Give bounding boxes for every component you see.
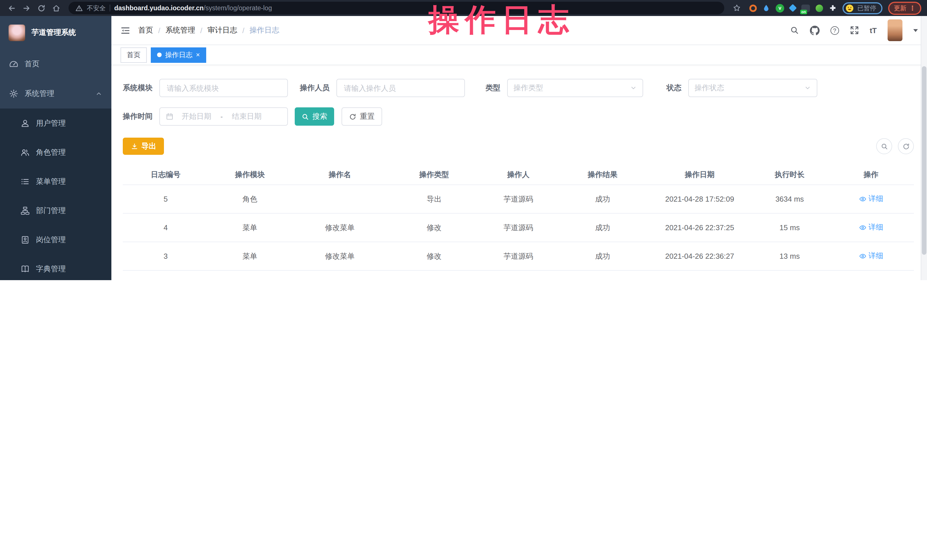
status-select[interactable]: 操作状态 <box>688 79 818 97</box>
eye-icon <box>859 224 866 231</box>
breadcrumb-item[interactable]: 首页 <box>138 25 153 35</box>
col-header-log-id: 日志编号 <box>123 165 208 185</box>
detail-link[interactable]: 详细 <box>859 251 883 261</box>
status-label: 状态 <box>667 83 681 93</box>
type-select[interactable]: 操作类型 <box>507 79 643 97</box>
navbar-actions: ? tT <box>790 20 918 41</box>
breadcrumb-item[interactable]: 系统管理 <box>166 25 195 35</box>
extensions-puzzle-icon[interactable] <box>829 4 837 12</box>
sidebar-toggle-button[interactable] <box>120 26 130 35</box>
scrollbar-thumb[interactable] <box>922 66 926 255</box>
extension-gem-icon[interactable] <box>789 4 797 12</box>
operator-input[interactable] <box>336 79 465 97</box>
breadcrumb-current: 操作日志 <box>249 25 279 35</box>
extension-dark-icon[interactable]: on <box>801 4 810 12</box>
cell-log-id: 2 <box>123 270 208 280</box>
browser-update-button[interactable]: 更新 ⋮ <box>888 2 921 15</box>
dashboard-icon <box>9 59 18 68</box>
detail-link[interactable]: 详细 <box>859 194 883 204</box>
browser-menu-kebab-icon[interactable]: ⋮ <box>909 4 916 12</box>
browser-home-button[interactable] <box>49 2 63 14</box>
browser-forward-button[interactable] <box>20 2 33 14</box>
cell-operator: 芋道源码 <box>480 185 557 213</box>
sidebar-item-dict-management[interactable]: 字典管理 <box>0 254 111 280</box>
sidebar-item-menu-management[interactable]: 菜单管理 <box>0 167 111 196</box>
update-button-label: 更新 <box>894 4 906 12</box>
app-logo-row[interactable]: 芋道管理系统 <box>0 16 111 49</box>
user-avatar[interactable] <box>887 20 903 41</box>
breadcrumb-separator: / <box>200 26 202 35</box>
profile-paused-chip[interactable]: 已暂停 <box>842 2 883 14</box>
cell-operator: 芋道源码 <box>480 242 557 270</box>
filter-row-2: 操作时间 开始日期 - 结束日期 搜索 重置 <box>123 107 914 126</box>
cell-type: 修改 <box>388 213 480 242</box>
forward-arrow-icon <box>22 4 30 12</box>
home-icon <box>52 4 60 12</box>
refresh-icon <box>349 113 356 120</box>
breadcrumb: 首页 / 系统管理 / 审计日志 / 操作日志 <box>138 25 279 35</box>
table-header-row: 日志编号 操作模块 操作名 操作类型 操作人 操作结果 操作日期 执行时长 操作 <box>123 165 914 185</box>
cell-log-id: 4 <box>123 213 208 242</box>
org-tree-icon <box>21 206 30 215</box>
search-icon[interactable] <box>790 26 799 35</box>
github-icon[interactable] <box>810 26 819 35</box>
show-search-button[interactable] <box>876 138 892 154</box>
main-area: 首页 / 系统管理 / 审计日志 / 操作日志 ? tT 首页 <box>111 16 927 280</box>
screenshot-stage: 不安全 dashboard.yudao.iocoder.cn/system/lo… <box>0 0 927 280</box>
col-header-result: 操作结果 <box>557 165 648 185</box>
user-menu-caret-icon[interactable] <box>913 29 918 32</box>
cell-operator: 芋道源码 <box>480 270 557 280</box>
bookmark-star-button[interactable] <box>730 2 744 14</box>
app-logo <box>9 24 25 41</box>
reset-button[interactable]: 重置 <box>342 107 382 126</box>
cell-date: 2021-04-26 22:36:27 <box>648 242 751 270</box>
sidebar-item-post-management[interactable]: 岗位管理 <box>0 225 111 254</box>
help-question-icon[interactable]: ? <box>830 26 839 35</box>
font-size-icon[interactable]: tT <box>869 26 877 35</box>
sidebar-item-dept-management[interactable]: 部门管理 <box>0 196 111 225</box>
address-bar[interactable]: 不安全 dashboard.yudao.iocoder.cn/system/lo… <box>68 2 724 14</box>
url-domain: dashboard.yudao.iocoder.cn <box>114 5 204 11</box>
table-row: 2 菜单 创建菜单 新增 芋道源码 成功 2021-04-26 22:35:45… <box>123 270 914 280</box>
browser-back-button[interactable] <box>5 2 18 14</box>
refresh-table-button[interactable] <box>898 138 914 154</box>
sidebar-item-user-management[interactable]: 用户管理 <box>0 109 111 138</box>
extension-drop-icon[interactable] <box>763 4 770 12</box>
cell-name: 修改菜单 <box>291 213 388 242</box>
date-range-picker[interactable]: 开始日期 - 结束日期 <box>160 107 288 126</box>
browser-reload-button[interactable] <box>34 2 48 14</box>
calendar-icon <box>166 112 174 120</box>
extension-green-icon[interactable] <box>816 4 823 12</box>
filter-type: 类型 操作类型 <box>485 79 643 97</box>
detail-link[interactable]: 详细 <box>859 279 883 281</box>
extension-orange-icon[interactable] <box>749 4 757 12</box>
filter-module: 系统模块 <box>123 79 288 97</box>
cell-date: 2021-04-26 22:37:25 <box>648 213 751 242</box>
fullscreen-icon[interactable] <box>849 26 859 35</box>
address-divider <box>109 5 110 11</box>
chevron-down-icon <box>804 85 811 91</box>
sidebar-item-role-management[interactable]: 角色管理 <box>0 138 111 167</box>
sidebar-item-system-management[interactable]: 系统管理 <box>0 79 111 109</box>
page-scrollbar[interactable] <box>921 16 927 280</box>
col-header-operator: 操作人 <box>480 165 557 185</box>
tag-operate-log[interactable]: 操作日志 × <box>151 47 206 62</box>
export-button[interactable]: 导出 <box>123 138 164 155</box>
operator-label: 操作人员 <box>300 83 330 93</box>
sidebar-item-label: 字典管理 <box>36 264 66 274</box>
sidebar-item-home[interactable]: 首页 <box>0 49 111 79</box>
cell-module: 角色 <box>208 185 291 213</box>
start-date-placeholder: 开始日期 <box>182 111 211 121</box>
module-input[interactable] <box>160 79 288 97</box>
filter-row-1: 系统模块 操作人员 类型 操作类型 状态 操作状 <box>123 79 914 97</box>
tag-close-icon[interactable]: × <box>196 52 200 58</box>
tag-home[interactable]: 首页 <box>120 47 147 62</box>
cell-duration: 3634 ms <box>751 185 828 213</box>
extension-green-v-icon[interactable]: v <box>776 4 784 12</box>
reload-icon <box>37 4 46 12</box>
breadcrumb-item[interactable]: 审计日志 <box>208 25 237 35</box>
cell-result: 成功 <box>557 270 648 280</box>
detail-link[interactable]: 详细 <box>859 222 883 233</box>
paused-badge-label: 已暂停 <box>857 4 876 12</box>
search-button[interactable]: 搜索 <box>295 107 334 126</box>
